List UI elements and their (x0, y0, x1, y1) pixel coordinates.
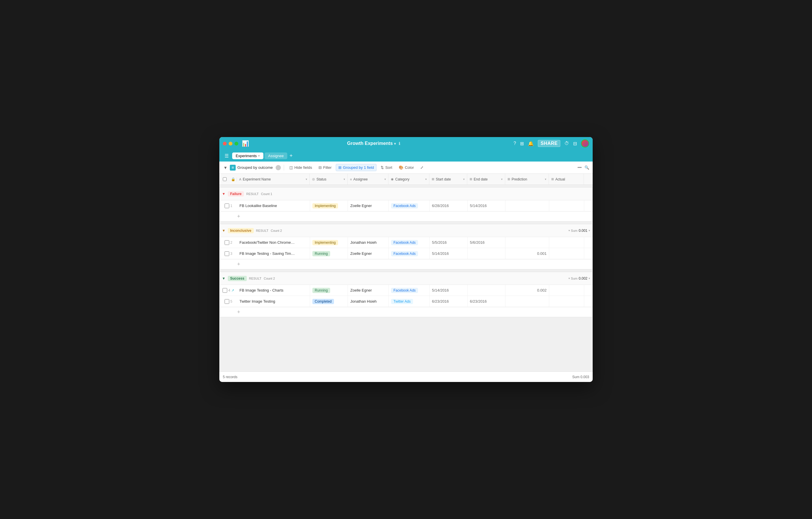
cell-assignee-inconclusive-0[interactable]: Jonathan Hsieh (348, 237, 389, 248)
cell-actual-success-1[interactable] (549, 296, 584, 307)
row-checkbox-success-1[interactable] (225, 299, 229, 304)
cell-assignee-success-1[interactable]: Jonathan Hsieh (348, 296, 389, 307)
group-sum-col-dropdown-inconclusive[interactable]: ▾ (588, 229, 590, 232)
col-header-enddate[interactable]: ⊞ End date ▾ (467, 174, 505, 185)
history-icon[interactable]: ⏱ (564, 141, 569, 146)
row-checkbox-success-0[interactable] (223, 288, 227, 293)
table-row-inconclusive-0[interactable]: 2 Facebook/Twitter Non Chrome… Implement… (220, 237, 592, 248)
grouped-by-button[interactable]: ⊞ Grouped by 1 field (336, 164, 377, 171)
col-startdate-icon: ⊞ (432, 177, 434, 181)
close-button[interactable] (223, 142, 227, 146)
col-header-status[interactable]: ◎ Status ▾ (310, 174, 348, 185)
cell-category-inconclusive-0[interactable]: Facebook Ads (389, 237, 430, 248)
more-options-button[interactable]: ••• (578, 165, 582, 170)
cell-category-inconclusive-1[interactable]: Facebook Ads (389, 248, 430, 259)
color-button[interactable]: 🎨 Color (396, 164, 416, 171)
cell-actual-inconclusive-0[interactable] (549, 237, 584, 248)
minimize-button[interactable] (229, 142, 232, 146)
cell-status-success-0[interactable]: Running (310, 285, 348, 296)
cell-assignee-success-0[interactable]: Zoelle Egner (348, 285, 389, 296)
row-checkbox-inconclusive-0[interactable] (225, 240, 229, 245)
cell-assignee-failure-0[interactable]: Zoelle Egner (348, 200, 389, 211)
view-toggle-icon[interactable]: ▼ (223, 165, 228, 171)
cell-category-success-0[interactable]: Facebook Ads (389, 285, 430, 296)
cell-actual-inconclusive-1[interactable] (549, 248, 584, 259)
cell-enddate-success-0[interactable] (468, 285, 505, 296)
cell-name-inconclusive-1[interactable]: FB Image Testing - Saving Tim… (237, 248, 310, 259)
cell-status-inconclusive-0[interactable]: Implementing (310, 237, 348, 248)
cell-category-success-1[interactable]: Twitter Ads (389, 296, 430, 307)
cell-prediction-inconclusive-0[interactable] (505, 237, 549, 248)
experiments-tab[interactable]: Experiments ▾ (232, 152, 263, 159)
cell-name-inconclusive-0[interactable]: Facebook/Twitter Non Chrome… (237, 237, 310, 248)
cell-startdate-failure-0[interactable]: 6/28/2016 (430, 200, 468, 211)
cell-startdate-success-1[interactable]: 6/23/2016 (430, 296, 468, 307)
col-header-category[interactable]: ◉ Category ▾ (388, 174, 429, 185)
cell-assignee-inconclusive-1[interactable]: Zoelle Egner (348, 248, 389, 259)
cell-enddate-inconclusive-1[interactable] (468, 248, 505, 259)
cell-startdate-success-0[interactable]: 5/14/2016 (430, 285, 468, 296)
cell-status-inconclusive-1[interactable]: Running (310, 248, 348, 259)
cell-prediction-success-1[interactable] (505, 296, 549, 307)
notifications-icon[interactable]: 🔔 (528, 141, 534, 146)
cell-prediction-inconclusive-1[interactable]: 0.001 (505, 248, 549, 259)
add-row-failure[interactable]: + (220, 211, 592, 221)
col-header-prediction[interactable]: ⊞ Prediction ▾ (505, 174, 549, 185)
cell-status-failure-0[interactable]: Implementing (310, 200, 348, 211)
table-row-success-0[interactable]: 4 ↗ FB Image Testing - Charts Running Zo… (220, 285, 592, 296)
status-badge-success-1: Completed (312, 299, 334, 304)
table-row-success-1[interactable]: 5 Twitter Image Testing Completed Jonath… (220, 296, 592, 307)
sidebar-toggle-icon[interactable]: ☰ (222, 152, 231, 160)
share-button[interactable]: SHARE (538, 140, 560, 147)
cell-name-success-1[interactable]: Twitter Image Testing (237, 296, 310, 307)
filter-button[interactable]: ⊟ Filter (316, 164, 334, 171)
row-checkbox-failure-0[interactable] (225, 204, 229, 208)
col-header-startdate[interactable]: ⊞ Start date ▾ (429, 174, 467, 185)
group-sum-dropdown-inconclusive[interactable]: ▾ (569, 229, 570, 232)
cell-name-success-0[interactable]: FB Image Testing - Charts (237, 285, 310, 296)
hide-fields-button[interactable]: ◫ Hide fields (287, 164, 314, 171)
select-all-checkbox[interactable] (219, 177, 230, 181)
cell-prediction-failure-0[interactable] (505, 200, 549, 211)
sort-button[interactable]: ⇅ Sort (378, 164, 395, 171)
cell-name-failure-0[interactable]: FB Lookalike Baseline (237, 200, 310, 211)
group-toggle-success[interactable]: ▼ (222, 276, 226, 280)
add-tab-button[interactable]: + (288, 153, 294, 159)
expand-icon: ⤢ (420, 165, 424, 170)
expand-button[interactable]: ⤢ (418, 164, 426, 171)
help-icon[interactable]: ? (514, 141, 516, 146)
add-row-inconclusive[interactable]: + (220, 259, 592, 269)
cell-enddate-inconclusive-0[interactable]: 5/6/2016 (468, 237, 505, 248)
layout-icon[interactable]: ⊟ (573, 141, 577, 146)
table-row-inconclusive-1[interactable]: 3 FB Image Testing - Saving Tim… Running… (220, 248, 592, 259)
cell-prediction-success-0[interactable]: 0.002 (505, 285, 549, 296)
category-badge-success-1: Twitter Ads (391, 299, 413, 304)
col-header-name[interactable]: A Experiment Name ▾ (237, 174, 310, 185)
cell-actual-success-0[interactable] (549, 285, 584, 296)
grid-icon[interactable]: ⊞ (520, 141, 524, 146)
add-row-success[interactable]: + (220, 307, 592, 317)
avatar[interactable] (581, 140, 589, 148)
status-badge-success-0: Running (312, 288, 330, 293)
cell-startdate-inconclusive-0[interactable]: 5/5/2016 (430, 237, 468, 248)
cell-actual-failure-0[interactable] (549, 200, 584, 211)
cell-startdate-inconclusive-1[interactable]: 5/14/2016 (430, 248, 468, 259)
group-count-success: Count 2 (264, 277, 275, 280)
cell-category-failure-0[interactable]: Facebook Ads (389, 200, 430, 211)
select-all-input[interactable] (223, 177, 227, 181)
row-expand-icon[interactable]: ↗ (231, 288, 234, 293)
cell-status-success-1[interactable]: Completed (310, 296, 348, 307)
group-toggle-failure[interactable]: ▼ (222, 192, 226, 196)
search-button[interactable]: 🔍 (584, 165, 589, 170)
table-row-failure-0[interactable]: 1 FB Lookalike Baseline Implementing Zoe… (220, 200, 592, 211)
assignee-tab[interactable]: Assignee (265, 152, 287, 159)
cell-enddate-failure-0[interactable]: 5/14/2016 (468, 200, 505, 211)
row-checkbox-inconclusive-1[interactable] (225, 251, 229, 256)
group-sum-dropdown-success[interactable]: ▾ (569, 277, 570, 280)
group-sum-col-dropdown-success[interactable]: ▾ (588, 277, 590, 280)
col-header-actual[interactable]: ⊞ Actual (549, 174, 584, 185)
cell-enddate-success-1[interactable]: 6/23/2016 (468, 296, 505, 307)
col-category-label: Category (395, 177, 409, 181)
group-toggle-inconclusive[interactable]: ▼ (222, 228, 226, 233)
col-header-assignee[interactable]: ≡ Assignee ▾ (348, 174, 388, 185)
